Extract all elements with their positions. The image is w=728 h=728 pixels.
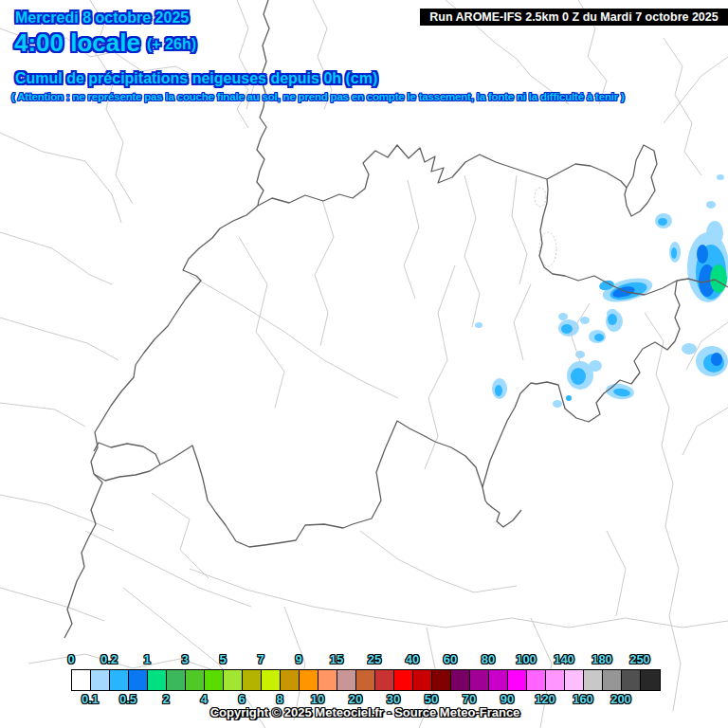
legend-label: 200 [610, 692, 631, 706]
precipitation-blob [561, 324, 573, 334]
model-run-info: Run AROME-IFS 2.5km 0 Z du Mardi 7 octob… [420, 9, 728, 26]
legend-label: 0.2 [100, 652, 118, 666]
legend-label: 60 [444, 652, 457, 666]
precipitation-blob [558, 313, 568, 320]
legend-label: 7 [257, 652, 264, 666]
precipitation-blob [571, 368, 586, 385]
legend-color-cell [167, 670, 186, 690]
legend-color-cell [186, 670, 205, 690]
precipitation-blob [594, 334, 604, 341]
legend-label: 10 [311, 692, 324, 706]
legend-color-cell [641, 670, 660, 690]
precipitation-blob [589, 360, 602, 372]
legend-color-cell [584, 670, 603, 690]
precipitation-color-scale [71, 669, 661, 691]
legend-color-cell [451, 670, 470, 690]
precipitation-blob [580, 317, 590, 324]
legend-color-cell [546, 670, 565, 690]
legend-color-cell [622, 670, 641, 690]
legend-color-cell [489, 670, 508, 690]
legend-label: 90 [500, 692, 514, 706]
precipitation-blob [671, 247, 677, 259]
precipitation-blob [553, 400, 562, 408]
legend-label: 4 [200, 692, 207, 706]
legend-label: 5 [219, 652, 226, 666]
legend-color-cell [603, 670, 622, 690]
precipitation-blob [495, 385, 502, 396]
legend-color-cell [375, 670, 394, 690]
legend-label: 70 [463, 692, 476, 706]
legend-label: 0.5 [119, 692, 136, 706]
forecast-date: Mercredi 8 octobre 2025 [15, 9, 189, 27]
legend-label: 25 [368, 652, 381, 666]
regional-borders [0, 0, 728, 728]
precipitation-blob [706, 201, 716, 209]
map-title: Cumul de précipitations neigeuses depuis… [15, 70, 377, 87]
legend-color-cell [318, 670, 337, 690]
legend-color-cell [72, 670, 91, 690]
legend-color-cell [224, 670, 243, 690]
legend-label: 0.1 [82, 692, 99, 706]
precipitation-blob [717, 174, 724, 180]
forecast-hour-offset: (+ 26h) [147, 36, 196, 53]
legend-label: 160 [573, 692, 593, 706]
legend-color-cell [356, 670, 375, 690]
precipitation-blob [658, 218, 667, 226]
legend-label: 80 [482, 652, 495, 666]
legend-label: 250 [629, 652, 650, 666]
switzerland-precipitation-map [0, 0, 728, 728]
legend-color-cell [281, 670, 300, 690]
legend-color-cell [508, 670, 527, 690]
legend-label: 3 [181, 652, 188, 666]
legend-label: 180 [592, 652, 612, 666]
legend-color-cell [432, 670, 451, 690]
precipitation-blob [475, 322, 482, 328]
legend-label: 50 [425, 692, 438, 706]
precipitation-blob [706, 221, 723, 246]
precipitation-blob [608, 314, 617, 325]
legend-color-cell [91, 670, 110, 690]
legend-color-cell [394, 670, 413, 690]
map-warning-note: ( Attention : ne représente pas la couch… [11, 91, 625, 102]
legend-color-cell [148, 670, 167, 690]
legend-label: 1 [143, 652, 150, 666]
legend-color-cell [413, 670, 432, 690]
legend-label: 6 [238, 692, 245, 706]
precipitation-blob [566, 395, 572, 401]
legend-label: 2 [162, 692, 169, 706]
legend-color-cell [527, 670, 546, 690]
copyright-notice: Copyright © 2025 Meteociel.fr - Source M… [210, 705, 520, 719]
legend-color-cell [337, 670, 356, 690]
legend-color-cell [129, 670, 148, 690]
legend-label: 140 [554, 652, 574, 666]
legend-label: 30 [387, 692, 400, 706]
precipitation-blob [711, 353, 722, 366]
legend-color-cell [470, 670, 489, 690]
legend-color-cell [565, 670, 584, 690]
legend-label: 40 [406, 652, 419, 666]
legend-label: 100 [516, 652, 537, 666]
legend-label: 0 [67, 652, 74, 666]
precipitation-blob [697, 245, 708, 264]
legend-label: 120 [535, 692, 555, 706]
legend-label: 9 [295, 652, 301, 666]
legend-color-cell [110, 670, 129, 690]
weather-map-page: Mercredi 8 octobre 2025 4:00 locale (+ 2… [0, 0, 728, 728]
precipitation-blob [710, 264, 727, 293]
legend-label: 8 [276, 692, 282, 706]
legend-color-cell [300, 670, 318, 690]
legend-color-cell [243, 670, 262, 690]
legend-label: 15 [330, 652, 343, 666]
legend-label: 20 [349, 692, 362, 706]
precipitation-blob [682, 343, 697, 355]
legend-color-cell [262, 670, 281, 690]
forecast-local-time: 4:00 locale [14, 28, 140, 58]
legend-color-cell [205, 670, 224, 690]
